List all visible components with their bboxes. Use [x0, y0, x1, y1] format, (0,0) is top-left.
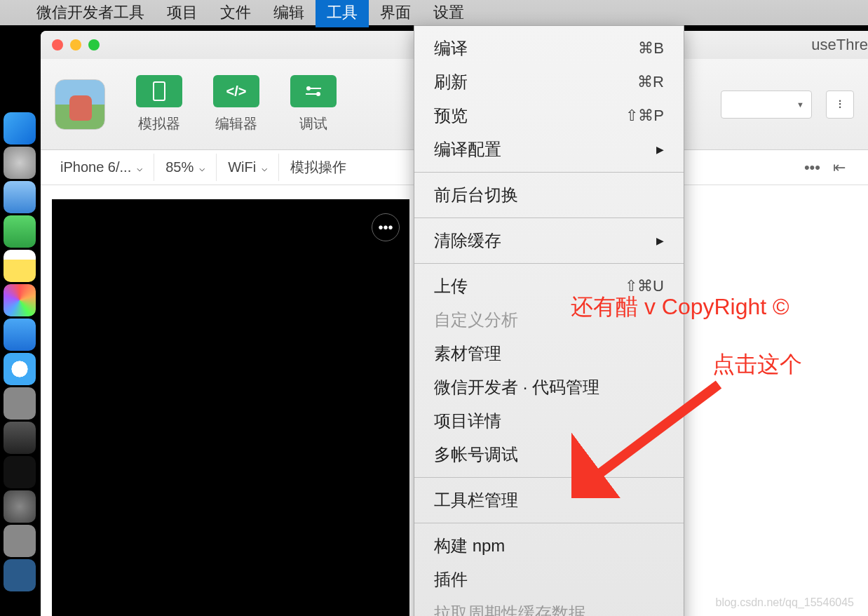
- dock-preferences-icon[interactable]: [4, 490, 36, 523]
- dock-mail-icon[interactable]: [4, 181, 36, 213]
- watermark: blog.csdn.net/qq_15546045: [715, 596, 854, 609]
- menu-clear-cache[interactable]: 清除缓存▶: [414, 224, 684, 257]
- menu-compile[interactable]: 编译⌘B: [414, 32, 684, 65]
- simulator-menu-icon[interactable]: •••: [372, 213, 400, 241]
- toolbar-debug-button[interactable]: 调试: [290, 75, 337, 133]
- svg-point-1: [306, 86, 311, 91]
- menu-fetch-cache: 拉取周期性缓存数据: [414, 596, 684, 616]
- dock-photos-icon[interactable]: [4, 284, 36, 316]
- collapse-icon[interactable]: ⇤: [833, 159, 846, 177]
- dock-notes-icon[interactable]: [4, 250, 36, 282]
- svg-rect-0: [154, 82, 165, 100]
- dock-messages-icon[interactable]: [4, 215, 36, 248]
- submenu-arrow-icon: ▶: [656, 235, 664, 246]
- toolbar-simulator-button[interactable]: 模拟器: [136, 75, 182, 133]
- editor-icon: </>: [213, 75, 259, 107]
- annotation-copyright: 还有醋 v CopyRight ©: [571, 292, 789, 323]
- menubar-item-edit[interactable]: 编辑: [262, 0, 316, 27]
- menubar-item-project[interactable]: 项目: [156, 0, 209, 27]
- dock-app1-icon[interactable]: [4, 387, 36, 420]
- chevron-down-icon: ⌵: [262, 162, 267, 173]
- menubar-app-name[interactable]: 微信开发者工具: [25, 0, 156, 27]
- menu-separator: [414, 523, 684, 523]
- dock-activity-icon[interactable]: [4, 456, 36, 488]
- menu-separator: [414, 217, 684, 218]
- toolbar-extra-button[interactable]: ⫶: [826, 91, 854, 119]
- simulator-icon: [136, 75, 182, 107]
- dock-launchpad-icon[interactable]: [4, 147, 36, 179]
- toolbar-editor-button[interactable]: </> 编辑器: [213, 75, 259, 133]
- menubar-item-settings[interactable]: 设置: [422, 0, 475, 27]
- device-selector[interactable]: iPhone 6/...⌵: [49, 154, 154, 181]
- menu-material-mgmt[interactable]: 素材管理: [414, 337, 684, 370]
- debug-icon: [290, 75, 337, 107]
- network-selector[interactable]: WiFi⌵: [217, 154, 279, 181]
- dock-app2-icon[interactable]: [4, 422, 36, 454]
- window-title: useThre: [811, 36, 868, 54]
- toolbar-label: 编辑器: [215, 114, 257, 133]
- traffic-lights: [52, 39, 100, 51]
- close-button[interactable]: [52, 39, 63, 51]
- annotation-arrow-icon: [571, 379, 726, 498]
- mock-operation[interactable]: 模拟操作: [279, 152, 358, 182]
- menubar-item-interface[interactable]: 界面: [369, 0, 422, 27]
- project-icon[interactable]: [55, 79, 105, 130]
- chevron-down-icon: ⌵: [137, 162, 142, 173]
- menu-plugin[interactable]: 插件: [414, 563, 684, 596]
- dock-appstore-icon[interactable]: [4, 319, 36, 351]
- dock-app4-icon[interactable]: [4, 559, 36, 591]
- macos-menubar: 微信开发者工具 项目 文件 编辑 工具 界面 设置: [0, 0, 868, 25]
- compile-selector[interactable]: [721, 91, 812, 119]
- dock-safari-icon[interactable]: [4, 353, 36, 385]
- toolbar-label: 模拟器: [138, 114, 180, 133]
- svg-point-3: [316, 92, 320, 96]
- chevron-down-icon: ⌵: [199, 162, 205, 173]
- macos-dock: [0, 112, 39, 591]
- submenu-arrow-icon: ▶: [656, 144, 664, 155]
- toolbar-label: 调试: [299, 114, 327, 133]
- svg-line-5: [585, 384, 719, 484]
- more-icon[interactable]: •••: [804, 159, 820, 177]
- simulator-screen[interactable]: •••: [52, 199, 409, 616]
- menu-preview[interactable]: 预览⇧⌘P: [414, 99, 684, 133]
- menu-fg-bg-switch[interactable]: 前后台切换: [414, 178, 684, 212]
- maximize-button[interactable]: [88, 39, 100, 51]
- menu-separator: [414, 263, 684, 264]
- dock-app3-icon[interactable]: [4, 525, 36, 557]
- menu-compile-config[interactable]: 编译配置▶: [414, 133, 684, 166]
- menubar-item-file[interactable]: 文件: [209, 0, 262, 27]
- menu-build-npm[interactable]: 构建 npm: [414, 529, 684, 563]
- menu-refresh[interactable]: 刷新⌘R: [414, 65, 684, 99]
- menu-separator: [414, 172, 684, 173]
- zoom-selector[interactable]: 85%⌵: [154, 154, 217, 181]
- dock-finder-icon[interactable]: [4, 112, 36, 145]
- menubar-item-tools[interactable]: 工具: [316, 0, 369, 27]
- minimize-button[interactable]: [70, 39, 81, 51]
- annotation-click-this: 点击这个: [712, 349, 802, 380]
